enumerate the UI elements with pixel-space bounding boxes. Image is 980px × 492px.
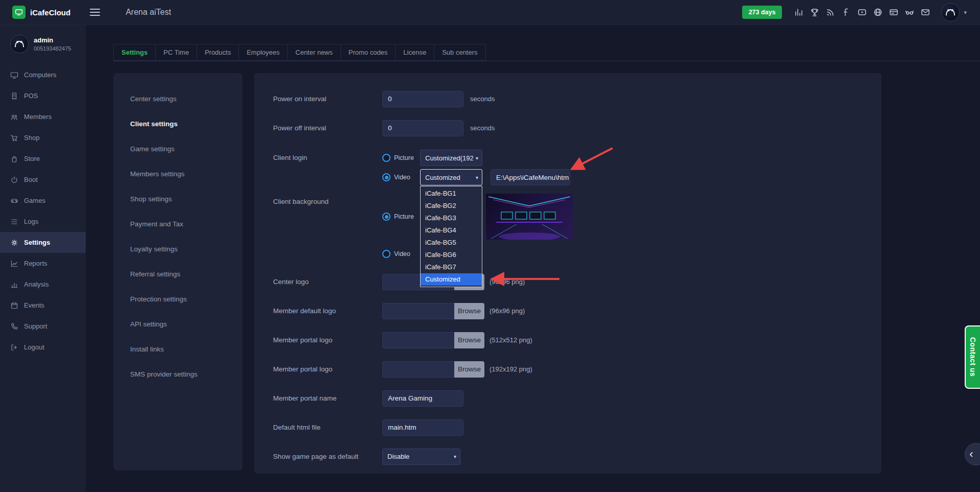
show-game-page-select[interactable]: Disable ▾ [382,449,460,465]
facebook-icon[interactable] [841,7,852,18]
dropdown-option[interactable]: iCafe-BG6 [421,249,482,261]
member-portal-logo-512-file-input[interactable] [382,332,454,348]
sidebar-item-shop[interactable]: Shop [0,127,86,148]
dropdown-option[interactable]: iCafe-BG3 [421,212,482,224]
sidebar-item-computers[interactable]: Computers [0,64,86,85]
field-label: Member portal logo [273,365,382,373]
client-login-video-radio[interactable]: Video [382,173,420,181]
custom-video-path-input[interactable]: E:\Apps\iCafeMenu\htm [491,169,570,185]
select-value: Disable [387,453,409,460]
client-login-picture-radio[interactable]: Picture [382,154,420,162]
sidebar-item-store[interactable]: Store [0,148,86,169]
sidebar-item-label: Logs [24,218,38,225]
user-avatar[interactable] [941,3,960,21]
subnav-loyalty-settings[interactable]: Loyalty settings [113,237,242,262]
tab-bar: Settings PC Time Products Employees Cent… [113,44,980,61]
member-default-logo-file-input[interactable] [382,303,454,319]
sidebar-item-games[interactable]: Games [0,190,86,211]
subnav-members-settings[interactable]: Members settings [113,161,242,186]
chevron-down-icon[interactable]: ▾ [964,9,967,16]
member-portal-logo-192-file-input[interactable] [382,361,454,378]
bar-chart-icon [10,280,18,289]
subnav-center-settings[interactable]: Center settings [113,86,242,111]
sidebar-item-label: POS [24,92,38,100]
sidebar-item-pos[interactable]: POS [0,85,86,106]
subnav-api-settings[interactable]: API settings [113,312,242,337]
member-portal-name-input[interactable]: Arena Gaming [382,390,463,407]
tab-employees[interactable]: Employees [238,44,287,61]
sidebar-nav: Computers POS Members Shop Store Boot Ga… [0,64,86,358]
field-note: (96x96 png) [489,307,525,315]
tab-promo-codes[interactable]: Promo codes [340,44,396,61]
member-portal-logo-512-row: Member portal logo Browse (512x512 png) [273,325,866,355]
client-login-picture-select[interactable]: Customized(1920 ▾ [420,150,482,166]
member-portal-logo-512-browse-button[interactable]: Browse [454,332,484,348]
dropdown-option[interactable]: iCafe-BG7 [421,261,482,273]
sidebar-item-label: Computers [24,71,57,79]
field-label: Center logo [273,278,382,286]
card-icon[interactable] [888,7,899,18]
glasses-icon[interactable] [904,7,915,18]
radio-label: Picture [394,154,414,161]
client-login-video-select[interactable]: Customized ▾ [420,169,482,185]
receipt-icon [10,92,18,100]
stats-icon[interactable] [793,7,804,18]
field-note: (512x512 png) [489,336,532,344]
contact-us-button[interactable]: Contact us [965,325,980,389]
tab-pc-time[interactable]: PC Time [155,44,197,61]
sidebar-item-members[interactable]: Members [0,106,86,127]
field-label: Power off interval [273,124,382,132]
mail-icon[interactable] [920,7,931,18]
logout-icon [10,343,18,352]
menu-toggle-icon[interactable] [90,7,100,18]
sidebar-item-label: Games [24,197,45,204]
power-on-interval-input[interactable]: 0 [382,91,463,107]
member-default-logo-browse-button[interactable]: Browse [454,303,484,319]
sidebar-item-events[interactable]: Events [0,295,86,316]
subnav-install-links[interactable]: Install links [113,337,242,362]
sidebar-item-support[interactable]: Support [0,316,86,337]
tab-sub-centers[interactable]: Sub centers [434,44,485,61]
dropdown-option[interactable]: iCafe-BG5 [421,237,482,249]
dropdown-option[interactable]: iCafe-BG1 [421,188,482,200]
tab-products[interactable]: Products [197,44,239,61]
tab-license[interactable]: License [395,44,434,61]
tab-center-news[interactable]: Center news [287,44,341,61]
main-content: Settings PC Time Products Employees Cent… [86,25,980,492]
power-off-interval-input[interactable]: 0 [382,120,463,136]
select-value: Customized [425,174,460,181]
field-label: Client login [273,150,382,161]
sidebar-item-reports[interactable]: Reports [0,253,86,274]
dropdown-option-customized[interactable]: Customized [421,273,482,286]
subnav-sms-provider-settings[interactable]: SMS provider settings [113,362,242,387]
default-html-file-input[interactable]: main.htm [382,419,463,436]
sidebar-item-boot[interactable]: Boot [0,169,86,190]
chevron-down-icon: ▾ [476,175,478,180]
member-default-logo-row: Member default logo Browse (96x96 png) [273,296,866,325]
client-background-video-radio[interactable]: Video [382,250,420,258]
subnav-payment-and-tax[interactable]: Payment and Tax [113,212,242,237]
subnav-referral-settings[interactable]: Referral settings [113,262,242,287]
trophy-icon[interactable] [809,7,820,18]
tab-settings[interactable]: Settings [113,44,156,61]
dropdown-option[interactable]: iCafe-BG2 [421,200,482,212]
subnav-protection-settings[interactable]: Protection settings [113,287,242,312]
center-name: Arena aiTest [126,8,171,17]
chevron-down-icon: ▾ [454,454,456,459]
sidebar-item-logs[interactable]: Logs [0,211,86,232]
subnav-game-settings[interactable]: Game settings [113,136,242,161]
sidebar-item-settings[interactable]: Settings [0,232,86,253]
license-days-badge[interactable]: 273 days [742,6,782,19]
member-portal-logo-192-browse-button[interactable]: Browse [454,361,484,378]
rss-icon[interactable] [825,7,836,18]
sidebar-item-analysis[interactable]: Analysis [0,274,86,295]
sidebar-item-logout[interactable]: Logout [0,337,86,358]
sidebar-item-label: Shop [24,134,39,142]
subnav-client-settings[interactable]: Client settings [113,111,242,136]
subnav-shop-settings[interactable]: Shop settings [113,186,242,212]
brand-logo[interactable]: iCafeCloud [12,6,70,19]
globe-icon[interactable] [872,7,884,18]
client-background-picture-radio[interactable]: Picture [382,213,420,221]
dropdown-option[interactable]: iCafe-BG4 [421,224,482,237]
youtube-icon[interactable] [856,7,868,18]
